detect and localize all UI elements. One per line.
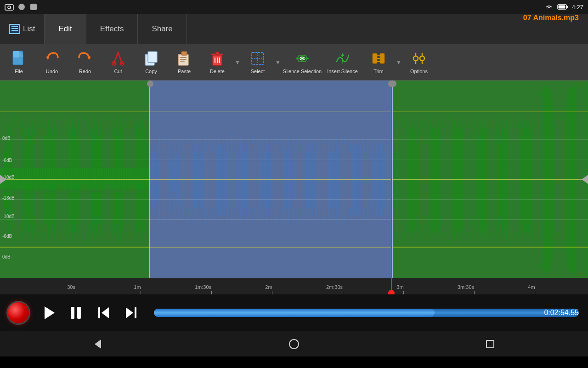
redo-label: Redo <box>79 69 91 74</box>
db-label-6top: -6dB <box>2 158 12 163</box>
progress-bar-area[interactable]: 0:02:54.55 <box>145 294 588 331</box>
insert-silence-label: Insert Silence <box>327 69 358 74</box>
tab-list[interactable]: List <box>0 14 45 44</box>
nav-recents-button[interactable] <box>476 334 504 354</box>
left-edge-handle[interactable] <box>0 175 6 184</box>
trim-label: Trim <box>373 69 384 74</box>
copy-icon <box>143 50 159 67</box>
tab-list-label: List <box>23 24 35 34</box>
progress-track[interactable] <box>154 309 579 317</box>
cut-button[interactable]: Cut <box>102 46 135 79</box>
svg-rect-6 <box>558 6 565 9</box>
nav-home-button[interactable] <box>280 334 308 354</box>
delete-icon <box>209 50 226 67</box>
silence-selection-icon <box>294 50 311 67</box>
trim-icon <box>370 50 387 67</box>
guide-line-bottom <box>0 247 588 247</box>
svg-point-41 <box>420 56 424 61</box>
nav-back-button[interactable] <box>84 334 112 354</box>
copy-button[interactable]: Copy <box>135 46 168 79</box>
current-time: 0:02:54.55 <box>544 309 579 317</box>
pause-button[interactable] <box>62 299 90 327</box>
waveform-container[interactable]: 0dB -6dB -10dB -18dB -10dB -6dB 0dB <box>0 80 588 278</box>
timeline[interactable]: 30s 1m 1m:30s 2m 2m:30s 3m 3m:30s 4m <box>0 278 588 294</box>
timeline-tick-3m30s <box>474 291 475 294</box>
svg-rect-36 <box>380 53 384 63</box>
pause-bar-right <box>77 307 81 319</box>
svg-point-51 <box>289 339 299 349</box>
options-button[interactable]: Options <box>402 46 435 79</box>
screenshot-icon <box>5 4 14 11</box>
skip-forward-button[interactable] <box>117 299 145 327</box>
file-button[interactable]: File <box>2 46 35 79</box>
timeline-playhead-thumb[interactable] <box>388 290 395 294</box>
silence-selection-button[interactable]: Silence Selection <box>282 46 323 79</box>
selection-start-handle[interactable] <box>147 80 154 87</box>
svg-rect-25 <box>215 52 219 54</box>
db-line-top-10 <box>0 160 588 160</box>
svg-point-2 <box>18 4 25 10</box>
svg-point-1 <box>8 6 11 9</box>
timeline-marker-2m30s: 2m:30s <box>334 284 351 294</box>
nav-back-icon <box>91 337 105 351</box>
list-icon <box>9 24 20 34</box>
timeline-label-2m30s: 2m:30s <box>326 284 343 290</box>
timeline-tick-4m <box>535 291 535 294</box>
nav-recents-icon <box>483 337 497 351</box>
playhead-top-handle[interactable] <box>388 80 395 87</box>
timeline-playhead[interactable] <box>391 278 392 294</box>
db-label-0bot: 0dB <box>2 254 11 259</box>
options-label: Options <box>410 69 428 74</box>
timeline-marker-2m: 2m <box>269 284 276 294</box>
svg-rect-0 <box>5 5 13 10</box>
trim-button[interactable]: Trim <box>362 46 395 79</box>
db-label-10bot: -10dB <box>2 214 15 219</box>
insert-silence-icon <box>334 50 351 67</box>
guide-line-center <box>0 179 588 180</box>
undo-button[interactable]: Undo <box>35 46 68 79</box>
tab-edit[interactable]: Edit <box>45 14 86 44</box>
paste-icon <box>176 50 192 67</box>
db-line-top-6 <box>0 139 588 140</box>
pause-bar-left <box>71 307 74 319</box>
timeline-tick-3m <box>403 291 404 294</box>
svg-point-40 <box>413 56 418 61</box>
pause-icon <box>71 307 81 319</box>
wifi-icon <box>544 4 554 11</box>
select-button[interactable]: Select <box>241 46 274 79</box>
tab-effects[interactable]: Effects <box>86 14 138 44</box>
record-button[interactable] <box>2 297 34 329</box>
svg-rect-19 <box>181 52 187 55</box>
tab-share[interactable]: Share <box>138 14 187 44</box>
toolbar-divider-2: ▼ <box>274 58 282 66</box>
right-edge-handle[interactable] <box>582 175 588 184</box>
status-bar: 4:27 <box>0 0 588 14</box>
svg-rect-17 <box>148 52 157 62</box>
delete-label: Delete <box>210 69 225 74</box>
timeline-marker-3m: 3m <box>400 284 407 294</box>
play-icon <box>45 306 55 319</box>
select-icon <box>249 50 266 67</box>
playhead[interactable] <box>391 80 392 278</box>
db-label-0top: 0dB <box>2 136 11 141</box>
undo-label: Undo <box>46 69 58 74</box>
skip-back-button[interactable] <box>90 299 117 327</box>
skip-forward-icon <box>126 307 136 318</box>
app-icon <box>29 3 38 11</box>
guide-line-top <box>0 112 588 112</box>
play-button[interactable] <box>34 299 62 327</box>
delete-button[interactable]: Delete <box>201 46 234 79</box>
bottom-nav <box>0 331 588 356</box>
toolbar-divider-3: ▼ <box>395 58 402 66</box>
redo-button[interactable]: Redo <box>68 46 102 79</box>
select-label: Select <box>251 69 265 74</box>
insert-silence-button[interactable]: Insert Silence <box>323 46 362 79</box>
tab-bar: List Edit Effects Share 07 Animals.mp3 <box>0 14 588 44</box>
timeline-marker-1m30s: 1m:30s <box>203 284 220 294</box>
options-icon <box>411 50 427 67</box>
svg-marker-10 <box>87 57 91 60</box>
paste-button[interactable]: Paste <box>168 46 201 79</box>
file-label: File <box>15 69 23 74</box>
tab-share-label: Share <box>152 24 172 34</box>
svg-rect-21 <box>180 59 187 60</box>
